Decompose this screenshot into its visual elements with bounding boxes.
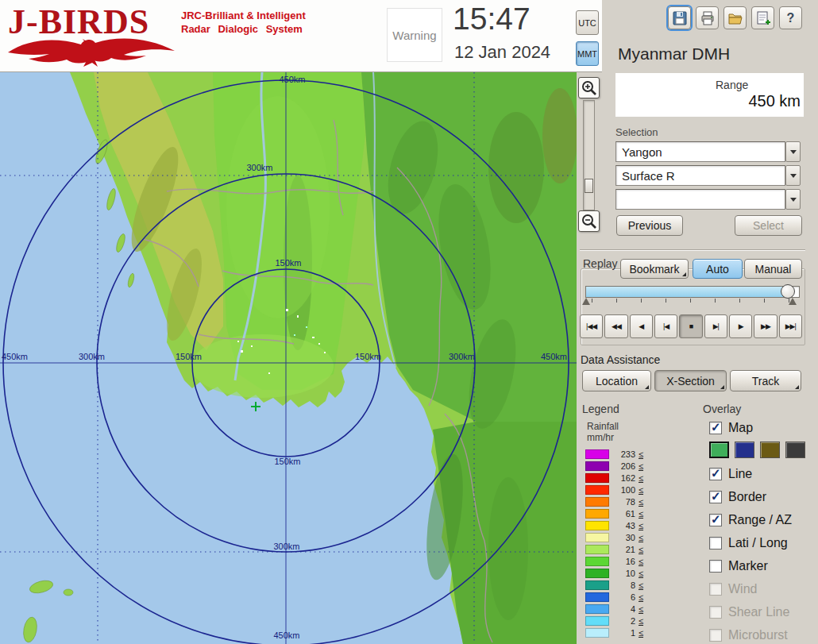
legend-row: 78≤ [585,496,657,507]
skip-start-button[interactable]: |◀◀ [580,314,603,338]
legend-row: 233≤ [585,448,657,460]
legend-le-link[interactable]: ≤ [639,569,643,578]
ring-label: 300km [79,352,105,361]
legend-le-link[interactable]: ≤ [639,533,643,542]
checkbox-checked-icon[interactable] [709,491,722,503]
legend-le-link[interactable]: ≤ [639,521,643,530]
eagle-logo-icon [5,35,179,68]
menu-corner-icon [720,385,724,389]
legend-row: 10≤ [585,567,657,579]
manual-mode-button[interactable]: Manual [744,259,802,279]
open-folder-button[interactable] [723,6,747,29]
checkbox-unchecked-icon[interactable] [709,560,722,573]
step-back-button[interactable]: |◀ [654,314,677,338]
overlay-item-map[interactable]: Map [709,419,753,437]
legend-le-link[interactable]: ≤ [639,497,643,507]
play-reverse-button[interactable]: ◀ [630,314,653,338]
mmt-button[interactable]: MMT [576,41,599,66]
legend-le-link[interactable]: ≤ [639,557,643,566]
legend-row: 61≤ [585,507,657,519]
location-button[interactable]: Location [582,370,651,391]
checkbox-checked-icon[interactable] [709,514,722,526]
legend-row: 8≤ [585,579,657,591]
help-button[interactable]: ? [779,6,802,29]
fast-forward-button[interactable]: ▶▶ [754,314,777,338]
range-label: Range [716,79,748,91]
bookmark-button[interactable]: Bookmark [620,259,689,279]
zoom-in-button[interactable] [578,77,600,98]
option-dropdown-button[interactable] [785,189,801,210]
overlay-item-label: Border [728,490,766,504]
timeline-tick [739,299,740,303]
overlay-item-line[interactable]: Line [709,465,752,483]
print-button[interactable] [696,6,719,29]
legend-le-link[interactable]: ≤ [639,604,643,614]
legend-color-swatch [585,497,609,507]
stop-button[interactable]: ■ [679,314,702,338]
option-dropdown[interactable] [615,189,785,210]
radar-map[interactable]: 450km 300km 150km 150km 300km 450km 450k… [0,72,577,644]
overlay-item-range-az[interactable]: Range / AZ [709,511,792,529]
auto-mode-button[interactable]: Auto [693,259,743,279]
zoom-out-button[interactable] [578,210,600,232]
skip-end-button[interactable]: ▶▶| [779,314,802,338]
timeline-tick [616,299,617,303]
previous-button[interactable]: Previous [616,215,683,236]
legend-le-link[interactable]: ≤ [639,461,643,471]
menu-corner-icon [795,385,799,389]
overlay-item-label: Lati / Long [728,536,788,550]
timeline-tick [592,299,592,303]
map-style-swatch-dark[interactable] [785,442,805,458]
save-icon [672,10,688,26]
zoom-slider-track[interactable] [583,100,595,210]
map-style-swatch-green[interactable] [709,442,729,458]
legend-le-link[interactable]: ≤ [639,592,643,602]
play-button[interactable]: ▶ [729,314,752,338]
legend-le-link[interactable]: ≤ [639,580,643,590]
map-style-swatch-olive[interactable] [760,442,780,458]
save-button[interactable] [668,6,691,29]
step-forward-button[interactable]: ▶| [704,314,727,338]
rewind-button[interactable]: ◀◀ [604,314,627,338]
replay-timeline-track[interactable] [585,286,800,298]
legend-color-swatch [585,592,609,602]
open-folder-icon [727,10,743,26]
overlay-item-marker[interactable]: Marker [709,557,768,575]
legend-le-link[interactable]: ≤ [639,545,643,554]
legend-le-link[interactable]: ≤ [639,616,643,626]
station-name: Myanmar DMH [618,44,730,64]
legend-le-link[interactable]: ≤ [639,485,643,495]
legend-value: 1 [613,628,635,638]
product-dropdown[interactable]: Surface R [615,165,785,186]
utc-button[interactable]: UTC [576,10,599,35]
legend-le-link[interactable]: ≤ [639,449,643,459]
station-dropdown[interactable]: Yangon [615,141,785,162]
overlay-item-border[interactable]: Border [709,488,766,506]
zoom-slider-thumb[interactable] [585,179,593,193]
legend-value: 100 [613,485,635,495]
export-image-button[interactable] [751,6,774,29]
logo-tagline: Radar Dialogic System [181,23,303,35]
legend-value: 2 [613,616,635,626]
product-dropdown-button[interactable] [785,165,801,186]
select-button[interactable]: Select [735,215,802,236]
track-button[interactable]: Track [730,370,801,391]
legend-color-swatch [585,449,609,459]
warning-indicator[interactable]: Warning [387,8,442,62]
station-dropdown-button[interactable] [785,141,801,162]
overlay-item-lati-long[interactable]: Lati / Long [709,534,788,552]
xsection-button[interactable]: X-Section [654,370,727,391]
legend-le-link[interactable]: ≤ [639,473,643,483]
legend-le-link[interactable]: ≤ [639,628,643,638]
bookmark-button-label: Bookmark [629,263,679,276]
replay-timeline [585,286,800,308]
replay-timeline-thumb[interactable] [781,284,795,299]
hill-patch [488,477,528,620]
replay-timeline-fill [586,287,787,297]
checkbox-checked-icon[interactable] [709,422,722,434]
checkbox-checked-icon[interactable] [709,468,722,480]
checkbox-unchecked-icon[interactable] [709,537,722,550]
legend-color-swatch [585,509,609,519]
legend-le-link[interactable]: ≤ [639,509,643,519]
map-style-swatch-navy[interactable] [735,442,754,458]
